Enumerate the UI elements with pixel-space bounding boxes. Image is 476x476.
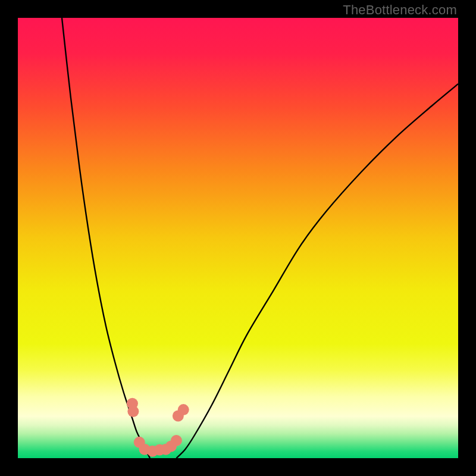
plot-area [18, 18, 458, 458]
marker-dot [171, 435, 182, 446]
chart-frame: TheBottleneck.com [0, 0, 476, 476]
gradient-background [18, 18, 458, 458]
marker-dot [178, 404, 189, 415]
attribution-label: TheBottleneck.com [343, 2, 457, 18]
marker-dot [127, 406, 139, 417]
chart-svg [18, 18, 458, 458]
